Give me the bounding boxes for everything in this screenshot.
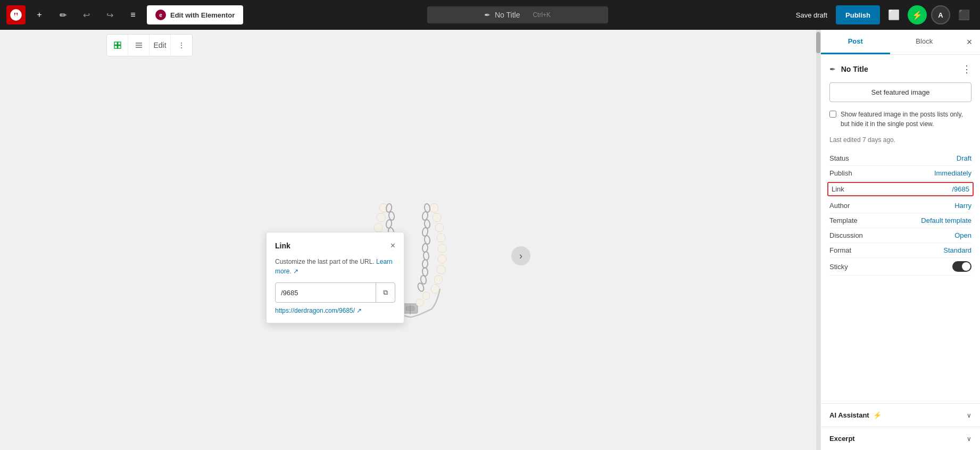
avatar[interactable]: A [931, 5, 950, 24]
link-url: https://derdragon.com/9685/ ↗ [275, 307, 395, 314]
svg-point-46 [422, 268, 428, 277]
publish-value[interactable]: Immediately [934, 169, 971, 177]
edit-with-elementor-button[interactable]: e Edit with Elementor [147, 5, 243, 24]
ai-assistant-left: AI Assistant ⚡ [829, 411, 882, 419]
copy-icon: ⧉ [383, 288, 388, 297]
set-featured-image-button[interactable]: Set featured image [829, 82, 971, 102]
block-more-button[interactable]: ⋮ [171, 35, 192, 56]
list-view-button[interactable]: ≡ [123, 5, 143, 24]
wordpress-logo: W [6, 5, 26, 24]
featured-image-checkbox[interactable] [829, 111, 836, 118]
svg-rect-5 [118, 46, 120, 48]
edit-button[interactable]: ✏ [53, 5, 72, 24]
ai-lightning-icon: ⚡ [873, 411, 882, 419]
excerpt-chevron: ∨ [967, 435, 971, 443]
pen-icon: ✒ [484, 11, 491, 19]
ai-assistant-header[interactable]: AI Assistant ⚡ ∨ [829, 411, 971, 419]
svg-point-26 [431, 285, 439, 293]
tab-block[interactable]: Block [890, 30, 959, 54]
excerpt-section: Excerpt ∨ [821, 427, 980, 450]
add-block-button[interactable]: + [30, 5, 49, 24]
author-label: Author [829, 202, 850, 210]
svg-point-55 [416, 299, 423, 306]
format-row: Format Standard [829, 243, 971, 258]
block-align-button[interactable] [128, 35, 150, 56]
editor-area: Edit ⋮ ‹ .pearl { fill: #f5f0e8; stroke:… [0, 30, 820, 450]
link-popup-description: Customize the last part of the URL. Lear… [275, 257, 395, 276]
svg-point-23 [438, 255, 446, 263]
block-edit-button[interactable]: Edit [150, 35, 171, 56]
post-title-pill[interactable]: ✒ No Title Ctrl+K [427, 6, 608, 23]
ai-assistant-section: AI Assistant ⚡ ∨ [821, 403, 980, 427]
sticky-row: Sticky [829, 258, 971, 276]
link-input-row: ⧉ [275, 282, 395, 303]
svg-text:W: W [13, 12, 19, 18]
post-options-button[interactable]: ⋮ [962, 63, 971, 75]
carousel-next-button[interactable]: › [511, 246, 530, 265]
template-value[interactable]: Default template [921, 216, 971, 224]
block-transform-button[interactable] [107, 35, 128, 56]
excerpt-header[interactable]: Excerpt ∨ [829, 435, 971, 443]
svg-point-21 [437, 234, 445, 242]
featured-image-label: Show featured image in the posts lists o… [841, 110, 971, 129]
discussion-value[interactable]: Open [954, 231, 971, 239]
template-label: Template [829, 216, 858, 224]
publish-button[interactable]: Publish [836, 5, 880, 24]
link-row: Link /9685 [827, 182, 974, 196]
svg-point-38 [424, 203, 431, 212]
svg-point-40 [424, 219, 431, 228]
post-title-left: ✒ No Title [829, 65, 868, 73]
post-pen-icon: ✒ [829, 65, 836, 73]
scrollbar-thumb [816, 32, 820, 53]
publish-row: Publish Immediately [829, 166, 971, 181]
right-chain [417, 203, 431, 292]
save-draft-button[interactable]: Save draft [792, 7, 832, 23]
status-label: Status [829, 154, 849, 162]
svg-point-19 [433, 213, 441, 222]
sticky-toggle[interactable] [952, 261, 971, 272]
settings-icon[interactable]: ⬛ [954, 5, 974, 24]
tab-post[interactable]: Post [821, 30, 890, 54]
ai-assistant-title: AI Assistant [829, 411, 869, 419]
svg-point-11 [374, 223, 383, 232]
status-row: Status Draft [829, 151, 971, 166]
sidebar-close-button[interactable]: × [959, 31, 980, 53]
undo-button[interactable]: ↩ [77, 5, 96, 24]
template-row: Template Default template [829, 213, 971, 228]
link-input[interactable] [276, 285, 376, 301]
monitor-icon[interactable]: ⬜ [884, 5, 903, 24]
format-value[interactable]: Standard [943, 246, 971, 254]
sidebar-header: Post Block × [821, 30, 980, 55]
sidebar-post-title: No Title [841, 65, 868, 73]
main-layout: Edit ⋮ ‹ .pearl { fill: #f5f0e8; stroke:… [0, 30, 980, 450]
image-area: ‹ .pearl { fill: #f5f0e8; stroke: #d4c9b… [0, 62, 820, 450]
author-row: Author Harry [829, 198, 971, 213]
link-popup: Link × Customize the last part of the UR… [266, 232, 404, 323]
sidebar-content: ✒ No Title ⋮ Set featured image Show fea… [821, 55, 980, 403]
svg-point-25 [434, 276, 443, 284]
link-popup-title: Link [275, 241, 290, 250]
link-value[interactable]: /9685 [952, 185, 969, 193]
top-bar: W + ✏ ↩ ↪ ≡ e Edit with Elementor ✒ No T… [0, 0, 980, 30]
discussion-row: Discussion Open [829, 228, 971, 243]
link-popup-close-button[interactable]: × [391, 241, 395, 251]
excerpt-title: Excerpt [829, 435, 855, 443]
status-value[interactable]: Draft [957, 154, 971, 162]
sticky-label: Sticky [829, 263, 848, 271]
svg-point-43 [422, 244, 428, 253]
discussion-label: Discussion [829, 231, 863, 239]
lightning-button[interactable]: ⚡ [908, 5, 927, 24]
elementor-label: Edit with Elementor [170, 11, 235, 19]
svg-point-20 [435, 223, 444, 232]
last-edited-text: Last edited 7 days ago. [829, 136, 971, 144]
copy-link-button[interactable]: ⧉ [376, 283, 395, 302]
author-value[interactable]: Harry [954, 202, 971, 210]
svg-point-24 [437, 265, 445, 274]
svg-rect-2 [114, 42, 117, 45]
link-url-link[interactable]: https://derdragon.com/9685/ ↗ [275, 307, 362, 314]
redo-button[interactable]: ↪ [100, 5, 119, 24]
link-label: Link [832, 185, 844, 193]
toolbar-right: Save draft Publish ⬜ ⚡ A ⬛ [792, 5, 974, 24]
svg-point-18 [430, 204, 438, 212]
block-toolbar: Edit ⋮ [106, 34, 193, 56]
